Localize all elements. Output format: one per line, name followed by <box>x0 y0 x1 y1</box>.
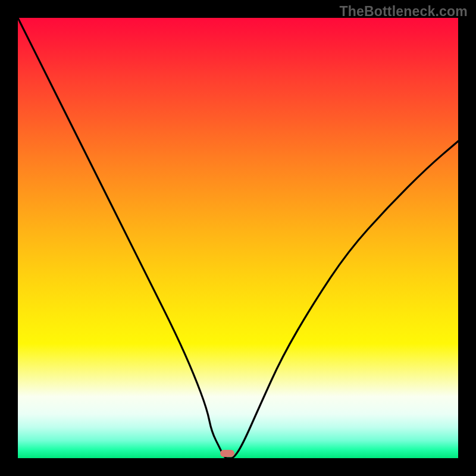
optimum-marker <box>220 450 234 457</box>
chart-frame: TheBottleneck.com <box>0 0 476 476</box>
curve-path <box>18 18 458 458</box>
plot-area <box>18 18 458 458</box>
watermark-text: TheBottleneck.com <box>339 4 468 20</box>
bottleneck-curve <box>18 18 458 458</box>
